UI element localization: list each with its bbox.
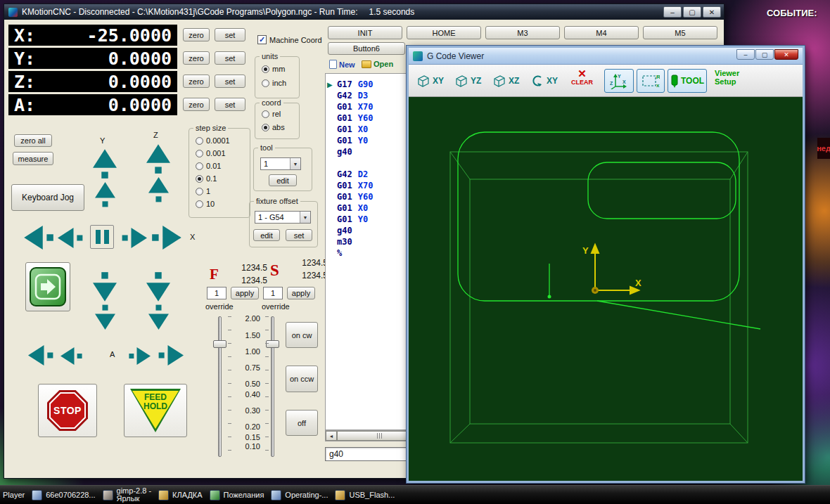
viewer-setup-button[interactable]: Viewer Setup xyxy=(713,69,741,93)
gcode-word: X70 xyxy=(358,102,374,113)
spindle-on-ccw-button[interactable]: on ccw xyxy=(286,366,318,392)
view-xy-button[interactable]: XY xyxy=(414,69,446,93)
viewer-maximize-icon[interactable]: ▢ xyxy=(755,49,774,60)
check-icon: ✓ xyxy=(257,35,267,44)
zero-z-button[interactable]: zero xyxy=(183,75,210,88)
spindle-on-cw-button[interactable]: on cw xyxy=(286,322,318,348)
jog-a-plus-fast-button[interactable] xyxy=(158,345,184,366)
measure-button[interactable]: measure xyxy=(13,152,53,165)
fixture-set-button[interactable]: set xyxy=(286,229,312,241)
new-file-button[interactable]: New xyxy=(329,60,355,69)
show-axes-toggle[interactable]: Y X Z xyxy=(604,69,634,93)
init-button[interactable]: INIT xyxy=(328,26,402,39)
jog-z-minus-step-button[interactable] xyxy=(148,304,169,330)
tool-select[interactable]: 1 ▼ xyxy=(260,157,301,170)
m3-button[interactable]: M3 xyxy=(485,26,560,39)
set-z-button[interactable]: set xyxy=(215,75,245,88)
zero-y-button[interactable]: zero xyxy=(183,51,210,65)
dro-y-value: 0.0000 xyxy=(108,49,172,69)
step-size-option-4[interactable]: 1 xyxy=(196,187,210,195)
taskbar-item-player[interactable]: Player xyxy=(3,491,25,499)
feed-apply-button[interactable]: apply xyxy=(231,287,259,299)
zero-all-button[interactable]: zero all xyxy=(14,134,52,147)
step-size-option-1[interactable]: 0.001 xyxy=(196,149,226,157)
fixture-edit-button[interactable]: edit xyxy=(253,229,280,241)
jog-y-plus-step-button[interactable] xyxy=(95,182,115,208)
feed-hold-button[interactable]: FEED HOLD xyxy=(124,384,187,437)
viewer-titlebar[interactable]: G Code Viewer – ▢ ✕ xyxy=(409,48,803,65)
jog-x-plus-fast-button[interactable] xyxy=(151,226,181,250)
view-yz-button[interactable]: YZ xyxy=(452,69,483,93)
machine-coord-checkbox[interactable]: ✓ Machine Coord xyxy=(257,35,322,44)
zero-x-button[interactable]: zero xyxy=(183,28,210,41)
gcode-word: X0 xyxy=(358,203,368,214)
step-size-option-3[interactable]: 0.1 xyxy=(196,174,217,183)
m5-button[interactable]: M5 xyxy=(643,26,717,39)
rotate-xy-button[interactable]: XY xyxy=(528,69,560,93)
taskbar-item-gimp[interactable]: gimp-2.8 - Ярлык xyxy=(103,487,152,503)
units-mm-radio[interactable]: mm xyxy=(262,65,285,73)
taskbar-item-file[interactable]: 66e0706228... xyxy=(32,490,95,500)
spindle-off-button[interactable]: off xyxy=(286,410,318,436)
step-size-option-5[interactable]: 10 xyxy=(196,200,215,208)
taskbar-item-usb-flash[interactable]: USB_Flash... xyxy=(335,490,395,500)
coord-rel-radio[interactable]: rel xyxy=(262,110,281,118)
jog-pause-button[interactable] xyxy=(90,225,114,249)
jog-y-minus-fast-button[interactable] xyxy=(93,271,117,302)
jog-z-plus-step-button[interactable] xyxy=(148,177,169,203)
zero-a-button[interactable]: zero xyxy=(183,98,210,111)
coord-abs-radio[interactable]: abs xyxy=(262,123,285,131)
viewer-3d-viewport[interactable]: Y X xyxy=(409,97,803,481)
minimize-icon[interactable]: – xyxy=(663,6,682,18)
viewer-minimize-icon[interactable]: – xyxy=(736,49,755,60)
units-inch-label: inch xyxy=(272,79,286,87)
set-y-button[interactable]: set xyxy=(215,51,245,65)
view-xz-button[interactable]: XZ xyxy=(490,69,521,93)
scroll-left-icon[interactable]: ◄ xyxy=(326,431,337,441)
step-size-label: 0.0001 xyxy=(206,136,230,145)
jog-x-minus-fast-button[interactable] xyxy=(24,226,55,250)
cycle-start-button[interactable] xyxy=(25,262,70,311)
taskbar-item-kladka[interactable]: КЛАДКА xyxy=(158,490,203,500)
step-size-title: step size xyxy=(193,124,228,132)
close-icon[interactable]: ✕ xyxy=(703,6,721,18)
jog-z-plus-fast-button[interactable] xyxy=(146,144,170,175)
jog-a-plus-step-button[interactable] xyxy=(128,347,151,365)
feed-override-slider[interactable] xyxy=(218,316,222,457)
current-line-marker-icon: ▶ xyxy=(327,79,333,91)
show-tool-toggle[interactable]: TOOL xyxy=(668,69,707,93)
jog-x-minus-step-button[interactable] xyxy=(58,228,84,248)
feed-slider-thumb[interactable] xyxy=(213,340,226,348)
taskbar-item-operating[interactable]: Operating-... xyxy=(271,490,328,500)
taskbar-item-pozhelaniya[interactable]: Пожелания xyxy=(210,490,264,500)
viewer-close-icon[interactable]: ✕ xyxy=(774,49,798,60)
step-size-option-0[interactable]: 0.0001 xyxy=(196,136,230,145)
open-file-button[interactable]: Open xyxy=(362,60,393,68)
units-inch-radio[interactable]: inch xyxy=(262,79,286,87)
jog-a-minus-step-button[interactable] xyxy=(60,347,83,365)
show-box-toggle[interactable]: R x xyxy=(637,69,665,93)
jog-z-minus-fast-button[interactable] xyxy=(146,271,170,302)
tool-edit-button[interactable]: edit xyxy=(269,174,297,186)
jog-x-plus-step-button[interactable] xyxy=(121,228,147,248)
speed-override-slider[interactable] xyxy=(271,316,274,457)
speed-apply-button[interactable]: apply xyxy=(287,287,315,299)
maximize-icon[interactable]: ▢ xyxy=(683,6,701,18)
jog-a-minus-fast-button[interactable] xyxy=(28,345,54,366)
m4-button[interactable]: M4 xyxy=(564,26,639,39)
speed-override-input[interactable]: 1 xyxy=(263,287,283,299)
set-a-button[interactable]: set xyxy=(215,98,245,111)
jog-y-minus-step-button[interactable] xyxy=(95,304,115,330)
taskbar-item-label: USB_Flash... xyxy=(349,491,395,499)
fixture-offset-select[interactable]: 1 - G54 ▼ xyxy=(255,211,311,224)
stop-button[interactable]: STOP xyxy=(38,384,97,437)
button6[interactable]: Button6 xyxy=(328,42,405,55)
step-size-option-2[interactable]: 0.01 xyxy=(196,162,221,170)
clear-button[interactable]: ✕ CLEAR xyxy=(569,69,595,93)
feed-override-input[interactable]: 1 xyxy=(207,287,226,299)
home-button[interactable]: HOME xyxy=(407,26,481,39)
keyboard-jog-button[interactable]: Keyboard Jog xyxy=(11,184,84,211)
main-titlebar[interactable]: KMotionCNC - Disconnected - C:\KMotion43… xyxy=(4,4,724,20)
set-x-button[interactable]: set xyxy=(215,28,245,41)
jog-y-plus-fast-button[interactable] xyxy=(93,149,117,180)
